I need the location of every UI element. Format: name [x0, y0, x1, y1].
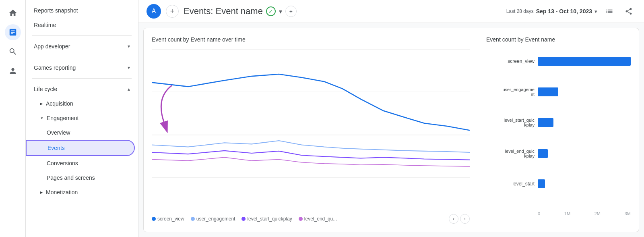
header-right: Last 28 days Sep 13 - Oct 10, 2023 ▾: [506, 4, 636, 19]
bar-track-level-start-simple: [538, 179, 631, 188]
chevron-down-icon: ▾: [128, 44, 130, 49]
legend-screen-view: screen_view: [152, 216, 184, 222]
sidebar-item-overview[interactable]: Overview: [26, 125, 135, 140]
nav-analytics[interactable]: [5, 24, 21, 40]
nav-home[interactable]: [5, 5, 21, 21]
chart-type-button[interactable]: [602, 4, 617, 19]
bar-row-level-start-simple: level_start: [486, 179, 631, 188]
bar-label-level-start: level_start_quickplay: [486, 118, 535, 127]
bar-track-level-start: [538, 118, 631, 127]
bar-label-level-end: level_end_quickplay: [486, 149, 535, 158]
nav-user-explorer[interactable]: [5, 63, 21, 79]
main-content: A + Events: Event name ✓ ▾ + Last 28 day…: [138, 0, 644, 237]
bullet-icon-3: ▶: [40, 191, 43, 194]
legend-prev-button[interactable]: ‹: [449, 214, 458, 224]
legend-level-start: level_start_quickplay: [242, 216, 292, 222]
legend-user-engagement: user_engagement: [191, 216, 235, 222]
sidebar-item-reports-snapshot[interactable]: Reports snapshot: [26, 3, 135, 18]
arrow-annotation: [148, 81, 184, 130]
page-title: Events: Event name: [184, 6, 263, 17]
bar-row-level-start: level_start_quickplay: [486, 118, 631, 127]
bar-fill-screen-view: [538, 57, 631, 66]
bar-track-user-engagement: [538, 87, 631, 96]
line-chart-svg: 150K 100K 50K 0 17 Sep 24: [152, 49, 470, 178]
sidebar-item-acquisition[interactable]: ▶ Acquisition: [26, 96, 135, 111]
legend-next-button[interactable]: ›: [460, 214, 470, 224]
nav-search[interactable]: [5, 44, 21, 60]
sidebar-item-monetization[interactable]: ▶ Monetization: [26, 185, 135, 200]
bar-label-user-engagement: user_engagement: [486, 87, 535, 97]
date-dropdown-icon[interactable]: ▾: [594, 8, 597, 15]
bullet-icon: ▶: [40, 102, 43, 106]
legend-nav: ‹ ›: [449, 214, 470, 224]
line-chart-section: Event count by Event name over time 150K…: [152, 36, 470, 224]
page-title-section: Events: Event name ✓ ▾ +: [184, 6, 502, 17]
bar-row-screen-view: screen_view: [486, 57, 631, 66]
chart-area: Event count by Event name over time 150K…: [143, 28, 639, 232]
sidebar-item-engagement[interactable]: ▼ Engagement: [26, 111, 135, 125]
legend-dot-screen-view: [152, 217, 156, 221]
bar-fill-level-start: [538, 118, 553, 127]
share-button[interactable]: [621, 4, 636, 19]
sidebar-item-events[interactable]: Events: [26, 140, 135, 156]
chevron-down-icon-2: ▾: [128, 65, 130, 71]
verified-check-icon[interactable]: ✓: [266, 6, 276, 16]
bar-row-level-end: level_end_quickplay: [486, 149, 631, 158]
bar-chart-section: Event count by Event name screen_view us…: [478, 36, 631, 224]
add-comparison-button[interactable]: +: [166, 5, 179, 18]
sidebar-group-app-developer[interactable]: App developer ▾: [26, 39, 138, 54]
legend-dot-level-start: [242, 217, 246, 221]
bar-label-level-start-simple: level_start: [486, 181, 535, 187]
sidebar-group-games-reporting[interactable]: Games reporting ▾: [26, 60, 138, 75]
bar-axis: 0 1M 2M 3M: [486, 211, 631, 216]
bar-row-user-engagement: user_engagement: [486, 87, 631, 97]
bar-chart-body: screen_view user_engagement level_start_…: [486, 49, 631, 224]
line-chart-container: 150K 100K 50K 0 17 Sep 24: [152, 49, 470, 211]
date-range[interactable]: Last 28 days Sep 13 - Oct 10, 2023 ▾: [506, 8, 597, 15]
bar-fill-level-start-simple: [538, 179, 545, 188]
sidebar-divider-1: [32, 35, 132, 36]
sidebar: Reports snapshot Realtime App developer …: [26, 0, 138, 237]
sidebar-item-pages-screens[interactable]: Pages and screens: [26, 170, 135, 185]
page-header: A + Events: Event name ✓ ▾ + Last 28 day…: [138, 0, 644, 23]
sidebar-divider-3: [32, 78, 132, 79]
legend-level-end: level_end_qu...: [299, 216, 337, 222]
bullet-icon-2: ▼: [40, 116, 43, 120]
sidebar-item-conversions[interactable]: Conversions: [26, 156, 135, 170]
sidebar-divider-2: [32, 57, 132, 57]
sidebar-group-lifecycle[interactable]: Life cycle ▴: [26, 82, 138, 96]
icon-nav: [0, 0, 26, 237]
chart-legend: screen_view user_engagement level_start_…: [152, 214, 470, 224]
bar-track-screen-view: [538, 57, 631, 66]
bar-track-level-end: [538, 149, 631, 158]
legend-dot-level-end: [299, 217, 303, 221]
bar-label-screen-view: screen_view: [486, 58, 535, 64]
line-chart-title: Event count by Event name over time: [152, 36, 470, 43]
bar-chart-title: Event count by Event name: [486, 36, 631, 43]
title-dropdown-icon[interactable]: ▾: [279, 8, 282, 15]
legend-dot-user-engagement: [191, 217, 195, 221]
avatar-button[interactable]: A: [147, 4, 161, 19]
chevron-up-icon: ▴: [128, 86, 130, 92]
add-metric-button[interactable]: +: [285, 6, 297, 17]
sidebar-item-realtime[interactable]: Realtime: [26, 18, 135, 32]
bar-fill-level-end: [538, 149, 548, 158]
bar-fill-user-engagement: [538, 87, 558, 96]
